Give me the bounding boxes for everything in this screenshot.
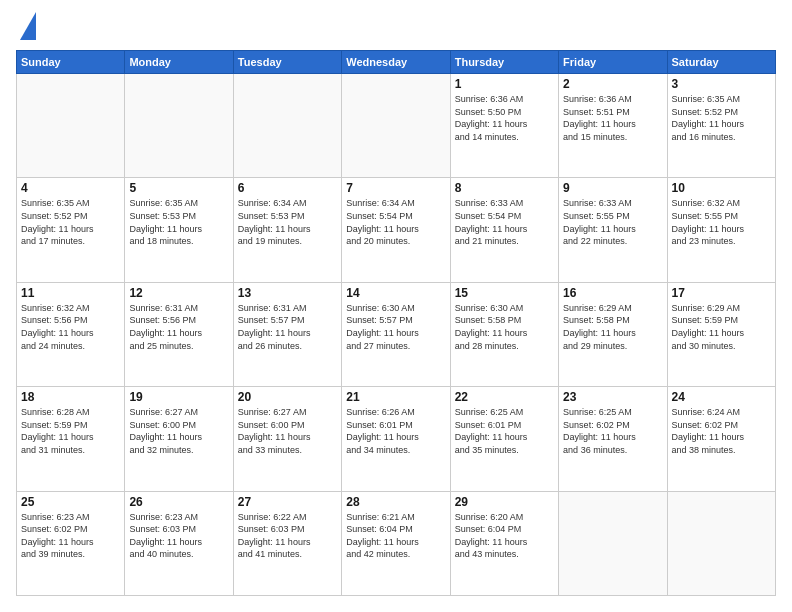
day-info: Sunrise: 6:27 AM Sunset: 6:00 PM Dayligh…	[238, 406, 337, 456]
day-number: 5	[129, 181, 228, 195]
day-info: Sunrise: 6:25 AM Sunset: 6:02 PM Dayligh…	[563, 406, 662, 456]
calendar-week-row: 25Sunrise: 6:23 AM Sunset: 6:02 PM Dayli…	[17, 491, 776, 595]
calendar-day-cell: 22Sunrise: 6:25 AM Sunset: 6:01 PM Dayli…	[450, 387, 558, 491]
calendar-week-row: 18Sunrise: 6:28 AM Sunset: 5:59 PM Dayli…	[17, 387, 776, 491]
day-number: 10	[672, 181, 771, 195]
calendar-day-cell: 16Sunrise: 6:29 AM Sunset: 5:58 PM Dayli…	[559, 282, 667, 386]
calendar-day-cell: 27Sunrise: 6:22 AM Sunset: 6:03 PM Dayli…	[233, 491, 341, 595]
calendar-day-cell: 13Sunrise: 6:31 AM Sunset: 5:57 PM Dayli…	[233, 282, 341, 386]
day-info: Sunrise: 6:34 AM Sunset: 5:54 PM Dayligh…	[346, 197, 445, 247]
calendar-day-cell: 24Sunrise: 6:24 AM Sunset: 6:02 PM Dayli…	[667, 387, 775, 491]
calendar-day-cell: 23Sunrise: 6:25 AM Sunset: 6:02 PM Dayli…	[559, 387, 667, 491]
calendar-day-cell: 6Sunrise: 6:34 AM Sunset: 5:53 PM Daylig…	[233, 178, 341, 282]
day-number: 18	[21, 390, 120, 404]
day-number: 6	[238, 181, 337, 195]
day-number: 14	[346, 286, 445, 300]
day-info: Sunrise: 6:21 AM Sunset: 6:04 PM Dayligh…	[346, 511, 445, 561]
day-info: Sunrise: 6:27 AM Sunset: 6:00 PM Dayligh…	[129, 406, 228, 456]
day-info: Sunrise: 6:31 AM Sunset: 5:57 PM Dayligh…	[238, 302, 337, 352]
calendar-day-cell: 19Sunrise: 6:27 AM Sunset: 6:00 PM Dayli…	[125, 387, 233, 491]
logo	[16, 16, 36, 40]
calendar-day-cell	[342, 74, 450, 178]
calendar-day-cell: 3Sunrise: 6:35 AM Sunset: 5:52 PM Daylig…	[667, 74, 775, 178]
day-info: Sunrise: 6:35 AM Sunset: 5:53 PM Dayligh…	[129, 197, 228, 247]
day-number: 4	[21, 181, 120, 195]
calendar-day-cell: 20Sunrise: 6:27 AM Sunset: 6:00 PM Dayli…	[233, 387, 341, 491]
weekday-header-row: SundayMondayTuesdayWednesdayThursdayFrid…	[17, 51, 776, 74]
day-info: Sunrise: 6:22 AM Sunset: 6:03 PM Dayligh…	[238, 511, 337, 561]
day-number: 19	[129, 390, 228, 404]
day-info: Sunrise: 6:24 AM Sunset: 6:02 PM Dayligh…	[672, 406, 771, 456]
calendar-day-cell	[559, 491, 667, 595]
calendar-day-cell: 2Sunrise: 6:36 AM Sunset: 5:51 PM Daylig…	[559, 74, 667, 178]
calendar-day-cell: 18Sunrise: 6:28 AM Sunset: 5:59 PM Dayli…	[17, 387, 125, 491]
day-number: 15	[455, 286, 554, 300]
calendar-day-cell: 4Sunrise: 6:35 AM Sunset: 5:52 PM Daylig…	[17, 178, 125, 282]
day-number: 13	[238, 286, 337, 300]
day-info: Sunrise: 6:20 AM Sunset: 6:04 PM Dayligh…	[455, 511, 554, 561]
day-number: 12	[129, 286, 228, 300]
calendar-week-row: 4Sunrise: 6:35 AM Sunset: 5:52 PM Daylig…	[17, 178, 776, 282]
calendar-day-cell: 26Sunrise: 6:23 AM Sunset: 6:03 PM Dayli…	[125, 491, 233, 595]
page: SundayMondayTuesdayWednesdayThursdayFrid…	[0, 0, 792, 612]
calendar-day-cell	[125, 74, 233, 178]
day-info: Sunrise: 6:35 AM Sunset: 5:52 PM Dayligh…	[21, 197, 120, 247]
day-number: 1	[455, 77, 554, 91]
day-number: 22	[455, 390, 554, 404]
calendar-day-cell	[667, 491, 775, 595]
day-number: 23	[563, 390, 662, 404]
calendar-day-cell: 1Sunrise: 6:36 AM Sunset: 5:50 PM Daylig…	[450, 74, 558, 178]
calendar-day-cell: 14Sunrise: 6:30 AM Sunset: 5:57 PM Dayli…	[342, 282, 450, 386]
day-info: Sunrise: 6:31 AM Sunset: 5:56 PM Dayligh…	[129, 302, 228, 352]
day-number: 17	[672, 286, 771, 300]
day-number: 26	[129, 495, 228, 509]
day-info: Sunrise: 6:26 AM Sunset: 6:01 PM Dayligh…	[346, 406, 445, 456]
logo-triangle-icon	[20, 12, 36, 40]
calendar-week-row: 11Sunrise: 6:32 AM Sunset: 5:56 PM Dayli…	[17, 282, 776, 386]
day-info: Sunrise: 6:29 AM Sunset: 5:59 PM Dayligh…	[672, 302, 771, 352]
day-number: 20	[238, 390, 337, 404]
day-info: Sunrise: 6:28 AM Sunset: 5:59 PM Dayligh…	[21, 406, 120, 456]
day-number: 24	[672, 390, 771, 404]
day-info: Sunrise: 6:33 AM Sunset: 5:54 PM Dayligh…	[455, 197, 554, 247]
calendar-day-cell	[233, 74, 341, 178]
day-info: Sunrise: 6:23 AM Sunset: 6:03 PM Dayligh…	[129, 511, 228, 561]
day-info: Sunrise: 6:33 AM Sunset: 5:55 PM Dayligh…	[563, 197, 662, 247]
calendar-day-cell: 28Sunrise: 6:21 AM Sunset: 6:04 PM Dayli…	[342, 491, 450, 595]
calendar-day-cell: 9Sunrise: 6:33 AM Sunset: 5:55 PM Daylig…	[559, 178, 667, 282]
weekday-header-saturday: Saturday	[667, 51, 775, 74]
day-number: 9	[563, 181, 662, 195]
calendar-day-cell: 7Sunrise: 6:34 AM Sunset: 5:54 PM Daylig…	[342, 178, 450, 282]
calendar-day-cell: 29Sunrise: 6:20 AM Sunset: 6:04 PM Dayli…	[450, 491, 558, 595]
weekday-header-wednesday: Wednesday	[342, 51, 450, 74]
day-number: 3	[672, 77, 771, 91]
weekday-header-tuesday: Tuesday	[233, 51, 341, 74]
calendar-day-cell: 11Sunrise: 6:32 AM Sunset: 5:56 PM Dayli…	[17, 282, 125, 386]
day-info: Sunrise: 6:29 AM Sunset: 5:58 PM Dayligh…	[563, 302, 662, 352]
day-number: 7	[346, 181, 445, 195]
calendar-day-cell: 25Sunrise: 6:23 AM Sunset: 6:02 PM Dayli…	[17, 491, 125, 595]
day-info: Sunrise: 6:35 AM Sunset: 5:52 PM Dayligh…	[672, 93, 771, 143]
calendar-day-cell: 10Sunrise: 6:32 AM Sunset: 5:55 PM Dayli…	[667, 178, 775, 282]
day-info: Sunrise: 6:36 AM Sunset: 5:50 PM Dayligh…	[455, 93, 554, 143]
day-number: 29	[455, 495, 554, 509]
day-number: 2	[563, 77, 662, 91]
day-info: Sunrise: 6:30 AM Sunset: 5:57 PM Dayligh…	[346, 302, 445, 352]
header	[16, 16, 776, 40]
calendar-day-cell	[17, 74, 125, 178]
day-info: Sunrise: 6:25 AM Sunset: 6:01 PM Dayligh…	[455, 406, 554, 456]
day-info: Sunrise: 6:23 AM Sunset: 6:02 PM Dayligh…	[21, 511, 120, 561]
calendar-day-cell: 15Sunrise: 6:30 AM Sunset: 5:58 PM Dayli…	[450, 282, 558, 386]
weekday-header-monday: Monday	[125, 51, 233, 74]
weekday-header-thursday: Thursday	[450, 51, 558, 74]
day-number: 11	[21, 286, 120, 300]
calendar-table: SundayMondayTuesdayWednesdayThursdayFrid…	[16, 50, 776, 596]
calendar-day-cell: 12Sunrise: 6:31 AM Sunset: 5:56 PM Dayli…	[125, 282, 233, 386]
weekday-header-friday: Friday	[559, 51, 667, 74]
day-info: Sunrise: 6:32 AM Sunset: 5:56 PM Dayligh…	[21, 302, 120, 352]
day-number: 16	[563, 286, 662, 300]
day-number: 21	[346, 390, 445, 404]
calendar-day-cell: 17Sunrise: 6:29 AM Sunset: 5:59 PM Dayli…	[667, 282, 775, 386]
calendar-day-cell: 21Sunrise: 6:26 AM Sunset: 6:01 PM Dayli…	[342, 387, 450, 491]
day-info: Sunrise: 6:34 AM Sunset: 5:53 PM Dayligh…	[238, 197, 337, 247]
